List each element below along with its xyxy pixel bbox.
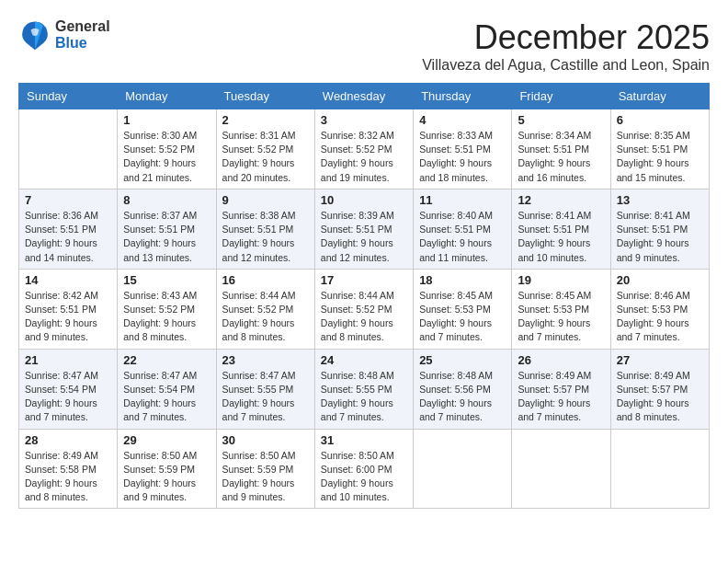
calendar-cell: 7Sunrise: 8:36 AM Sunset: 5:51 PM Daylig… — [19, 189, 118, 269]
calendar-cell — [512, 429, 610, 509]
day-info: Sunrise: 8:44 AM Sunset: 5:52 PM Dayligh… — [321, 289, 407, 345]
calendar-week-row: 14Sunrise: 8:42 AM Sunset: 5:51 PM Dayli… — [19, 269, 710, 349]
day-info: Sunrise: 8:48 AM Sunset: 5:55 PM Dayligh… — [321, 369, 407, 425]
header-day-sunday: Sunday — [19, 84, 118, 109]
calendar-cell: 21Sunrise: 8:47 AM Sunset: 5:54 PM Dayli… — [19, 349, 118, 429]
day-number: 5 — [518, 113, 604, 127]
day-info: Sunrise: 8:45 AM Sunset: 5:53 PM Dayligh… — [419, 289, 506, 345]
logo-blue-text: Blue — [55, 35, 110, 52]
header-day-wednesday: Wednesday — [314, 84, 413, 109]
day-number: 12 — [518, 193, 604, 207]
day-info: Sunrise: 8:46 AM Sunset: 5:53 PM Dayligh… — [617, 289, 703, 345]
month-title: December 2025 — [422, 18, 710, 57]
day-number: 26 — [518, 353, 604, 367]
day-number: 11 — [419, 193, 506, 207]
calendar-week-row: 1Sunrise: 8:30 AM Sunset: 5:52 PM Daylig… — [19, 109, 710, 190]
calendar-cell: 6Sunrise: 8:35 AM Sunset: 5:51 PM Daylig… — [610, 109, 709, 190]
day-info: Sunrise: 8:50 AM Sunset: 5:59 PM Dayligh… — [222, 449, 309, 505]
calendar-cell: 27Sunrise: 8:49 AM Sunset: 5:57 PM Dayli… — [610, 349, 709, 429]
calendar-cell: 11Sunrise: 8:40 AM Sunset: 5:51 PM Dayli… — [414, 189, 512, 269]
logo-text: General Blue — [55, 18, 110, 51]
calendar-cell: 18Sunrise: 8:45 AM Sunset: 5:53 PM Dayli… — [414, 269, 512, 349]
header-day-thursday: Thursday — [414, 84, 512, 109]
day-info: Sunrise: 8:38 AM Sunset: 5:51 PM Dayligh… — [222, 209, 309, 265]
day-info: Sunrise: 8:43 AM Sunset: 5:52 PM Dayligh… — [123, 289, 210, 345]
day-info: Sunrise: 8:50 AM Sunset: 5:59 PM Dayligh… — [123, 449, 210, 505]
day-number: 29 — [123, 433, 210, 447]
calendar-cell — [19, 109, 118, 190]
day-info: Sunrise: 8:31 AM Sunset: 5:52 PM Dayligh… — [222, 129, 309, 185]
logo-general-text: General — [55, 18, 110, 35]
day-number: 27 — [617, 353, 703, 367]
day-info: Sunrise: 8:45 AM Sunset: 5:53 PM Dayligh… — [518, 289, 604, 345]
day-number: 20 — [617, 273, 703, 287]
header-day-saturday: Saturday — [610, 84, 709, 109]
day-info: Sunrise: 8:35 AM Sunset: 5:51 PM Dayligh… — [617, 129, 703, 185]
day-info: Sunrise: 8:44 AM Sunset: 5:52 PM Dayligh… — [222, 289, 309, 345]
calendar-cell: 1Sunrise: 8:30 AM Sunset: 5:52 PM Daylig… — [118, 109, 216, 190]
day-info: Sunrise: 8:50 AM Sunset: 6:00 PM Dayligh… — [321, 449, 407, 505]
day-number: 6 — [617, 113, 703, 127]
calendar-cell: 28Sunrise: 8:49 AM Sunset: 5:58 PM Dayli… — [19, 429, 118, 509]
calendar-cell: 14Sunrise: 8:42 AM Sunset: 5:51 PM Dayli… — [19, 269, 118, 349]
calendar-cell — [414, 429, 512, 509]
day-info: Sunrise: 8:47 AM Sunset: 5:54 PM Dayligh… — [25, 369, 111, 425]
calendar-cell — [610, 429, 709, 509]
calendar-cell: 23Sunrise: 8:47 AM Sunset: 5:55 PM Dayli… — [216, 349, 314, 429]
day-number: 8 — [123, 193, 210, 207]
calendar-cell: 22Sunrise: 8:47 AM Sunset: 5:54 PM Dayli… — [118, 349, 216, 429]
day-info: Sunrise: 8:30 AM Sunset: 5:52 PM Dayligh… — [123, 129, 210, 185]
day-info: Sunrise: 8:49 AM Sunset: 5:58 PM Dayligh… — [25, 449, 111, 505]
calendar-cell: 30Sunrise: 8:50 AM Sunset: 5:59 PM Dayli… — [216, 429, 314, 509]
calendar-cell: 25Sunrise: 8:48 AM Sunset: 5:56 PM Dayli… — [414, 349, 512, 429]
header-day-friday: Friday — [512, 84, 610, 109]
calendar-cell: 12Sunrise: 8:41 AM Sunset: 5:51 PM Dayli… — [512, 189, 610, 269]
day-number: 2 — [222, 113, 309, 127]
day-info: Sunrise: 8:41 AM Sunset: 5:51 PM Dayligh… — [617, 209, 703, 265]
header: General Blue December 2025 Villaveza del… — [18, 18, 710, 74]
calendar-week-row: 21Sunrise: 8:47 AM Sunset: 5:54 PM Dayli… — [19, 349, 710, 429]
calendar-week-row: 28Sunrise: 8:49 AM Sunset: 5:58 PM Dayli… — [19, 429, 710, 509]
day-info: Sunrise: 8:42 AM Sunset: 5:51 PM Dayligh… — [25, 289, 111, 345]
day-number: 17 — [321, 273, 407, 287]
day-number: 22 — [123, 353, 210, 367]
calendar-cell: 20Sunrise: 8:46 AM Sunset: 5:53 PM Dayli… — [610, 269, 709, 349]
day-number: 16 — [222, 273, 309, 287]
calendar-cell: 5Sunrise: 8:34 AM Sunset: 5:51 PM Daylig… — [512, 109, 610, 190]
day-number: 1 — [123, 113, 210, 127]
calendar-cell: 17Sunrise: 8:44 AM Sunset: 5:52 PM Dayli… — [314, 269, 413, 349]
title-area: December 2025 Villaveza del Agua, Castil… — [422, 18, 710, 74]
calendar-cell: 19Sunrise: 8:45 AM Sunset: 5:53 PM Dayli… — [512, 269, 610, 349]
logo: General Blue — [18, 18, 110, 52]
calendar-cell: 8Sunrise: 8:37 AM Sunset: 5:51 PM Daylig… — [118, 189, 216, 269]
calendar-cell: 29Sunrise: 8:50 AM Sunset: 5:59 PM Dayli… — [118, 429, 216, 509]
day-number: 9 — [222, 193, 309, 207]
logo-icon — [18, 18, 51, 52]
day-info: Sunrise: 8:41 AM Sunset: 5:51 PM Dayligh… — [518, 209, 604, 265]
calendar-table: SundayMondayTuesdayWednesdayThursdayFrid… — [18, 83, 710, 509]
calendar-week-row: 7Sunrise: 8:36 AM Sunset: 5:51 PM Daylig… — [19, 189, 710, 269]
calendar-cell: 3Sunrise: 8:32 AM Sunset: 5:52 PM Daylig… — [314, 109, 413, 190]
day-info: Sunrise: 8:48 AM Sunset: 5:56 PM Dayligh… — [419, 369, 506, 425]
day-number: 3 — [321, 113, 407, 127]
day-info: Sunrise: 8:49 AM Sunset: 5:57 PM Dayligh… — [518, 369, 604, 425]
day-number: 23 — [222, 353, 309, 367]
day-number: 15 — [123, 273, 210, 287]
calendar-cell: 10Sunrise: 8:39 AM Sunset: 5:51 PM Dayli… — [314, 189, 413, 269]
day-number: 7 — [25, 193, 111, 207]
day-info: Sunrise: 8:49 AM Sunset: 5:57 PM Dayligh… — [617, 369, 703, 425]
day-number: 19 — [518, 273, 604, 287]
day-info: Sunrise: 8:47 AM Sunset: 5:55 PM Dayligh… — [222, 369, 309, 425]
calendar-cell: 2Sunrise: 8:31 AM Sunset: 5:52 PM Daylig… — [216, 109, 314, 190]
day-info: Sunrise: 8:36 AM Sunset: 5:51 PM Dayligh… — [25, 209, 111, 265]
day-number: 14 — [25, 273, 111, 287]
day-info: Sunrise: 8:32 AM Sunset: 5:52 PM Dayligh… — [321, 129, 407, 185]
day-info: Sunrise: 8:33 AM Sunset: 5:51 PM Dayligh… — [419, 129, 506, 185]
day-number: 21 — [25, 353, 111, 367]
calendar-cell: 24Sunrise: 8:48 AM Sunset: 5:55 PM Dayli… — [314, 349, 413, 429]
day-number: 28 — [25, 433, 111, 447]
day-number: 25 — [419, 353, 506, 367]
calendar-cell: 15Sunrise: 8:43 AM Sunset: 5:52 PM Dayli… — [118, 269, 216, 349]
calendar-cell: 26Sunrise: 8:49 AM Sunset: 5:57 PM Dayli… — [512, 349, 610, 429]
day-number: 24 — [321, 353, 407, 367]
